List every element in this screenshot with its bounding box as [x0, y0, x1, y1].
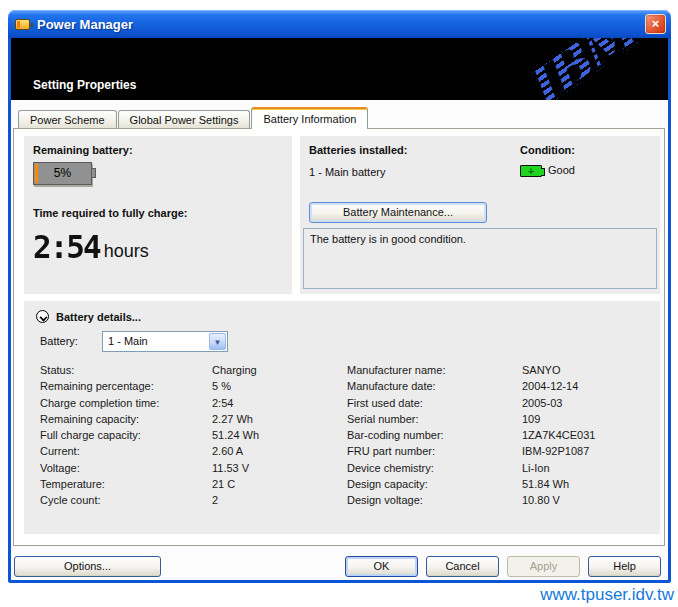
condition-message-box: The battery is in good condition.: [303, 228, 657, 289]
battery-details-header[interactable]: Battery details...: [56, 311, 141, 323]
battery-select-label: Battery:: [40, 335, 78, 347]
app-battery-icon: [15, 17, 32, 32]
detail-row: Remaining capacity: 2.27 Wh: [24, 411, 347, 427]
battery-information-page: Remaining battery: 5% Time required to f…: [13, 128, 665, 546]
help-button[interactable]: Help: [588, 556, 661, 577]
window-title: Power Manager: [37, 17, 133, 32]
battery-details-panel: Battery details... Battery: 1 - Main ▼ S…: [24, 301, 660, 534]
detail-row: Device chemistry: Li-Ion: [347, 460, 660, 476]
detail-row: Manufacture date: 2004-12-14: [347, 378, 660, 394]
details-right-column: Manufacturer name: SANYO Manufacture dat…: [347, 362, 660, 509]
batteries-installed-label: Batteries installed:: [309, 144, 407, 156]
remaining-battery-label: Remaining battery:: [33, 144, 133, 156]
detail-row: Design voltage: 10.80 V: [347, 492, 660, 508]
tab-global-power-settings[interactable]: Global Power Settings: [118, 110, 251, 129]
detail-row: Charge completion time: 2:54: [24, 395, 347, 411]
chevron-down-icon[interactable]: ▼: [209, 333, 226, 350]
window-body: Setting Properties IBM Power Scheme Glob…: [8, 38, 671, 583]
battery-maintenance-button[interactable]: Battery Maintenance...: [309, 202, 487, 223]
tab-battery-information[interactable]: Battery Information: [251, 107, 368, 129]
detail-row: Current: 2.60 A: [24, 443, 347, 459]
detail-row: Bar-coding number: 1ZA7K4CE031: [347, 427, 660, 443]
condition-label: Condition:: [520, 144, 575, 156]
detail-row: Cycle count: 2: [24, 492, 347, 508]
ok-button[interactable]: OK: [345, 556, 418, 577]
detail-row: FRU part number: IBM-92P1087: [347, 443, 660, 459]
battery-select[interactable]: 1 - Main ▼: [102, 331, 228, 352]
options-button[interactable]: Options...: [14, 556, 161, 577]
detail-row: Serial number: 109: [347, 411, 660, 427]
close-icon[interactable]: ×: [645, 14, 666, 34]
power-manager-window: Power Manager × Setting Properties IBM P…: [8, 10, 671, 583]
detail-row: Design capacity: 51.84 Wh: [347, 476, 660, 492]
batteries-installed-value: 1 - Main battery: [309, 166, 385, 178]
battery-gauge-nub: [92, 168, 96, 178]
detail-row: Remaining percentage: 5 %: [24, 378, 347, 394]
detail-row: Manufacturer name: SANYO: [347, 362, 660, 378]
collapse-icon[interactable]: [36, 310, 49, 323]
page-title: Setting Properties: [33, 78, 136, 92]
detail-row: Voltage: 11.53 V: [24, 460, 347, 476]
apply-button[interactable]: Apply: [507, 556, 580, 577]
charge-time-label: Time required to fully charge:: [33, 207, 187, 219]
header-banner: Setting Properties IBM: [11, 38, 668, 100]
ibm-logo: IBM: [514, 38, 645, 100]
condition-battery-icon: [520, 165, 542, 177]
battery-select-value: 1 - Main: [108, 332, 148, 351]
details-left-column: Status: Charging Remaining percentage: 5…: [24, 362, 347, 509]
detail-row: Full charge capacity: 51.24 Wh: [24, 427, 347, 443]
battery-gauge: 5%: [33, 162, 99, 186]
remaining-battery-panel: Remaining battery: 5% Time required to f…: [24, 136, 292, 294]
battery-percentage: 5%: [34, 163, 91, 184]
detail-row: First used date: 2005-03: [347, 395, 660, 411]
tab-strip: Power Scheme Global Power Settings Batte…: [18, 107, 369, 129]
detail-row: Temperature: 21 C: [24, 476, 347, 492]
detail-row: Status: Charging: [24, 362, 347, 378]
charge-time-unit: hours: [104, 241, 149, 261]
tab-power-scheme[interactable]: Power Scheme: [18, 110, 117, 129]
batteries-installed-panel: Batteries installed: 1 - Main battery Co…: [300, 136, 660, 294]
watermark: www.tpuser.idv.tw: [540, 585, 674, 605]
cancel-button[interactable]: Cancel: [426, 556, 499, 577]
charge-time-value: 2:54: [33, 227, 100, 265]
condition-value: Good: [548, 164, 575, 176]
title-bar[interactable]: Power Manager ×: [8, 10, 671, 38]
